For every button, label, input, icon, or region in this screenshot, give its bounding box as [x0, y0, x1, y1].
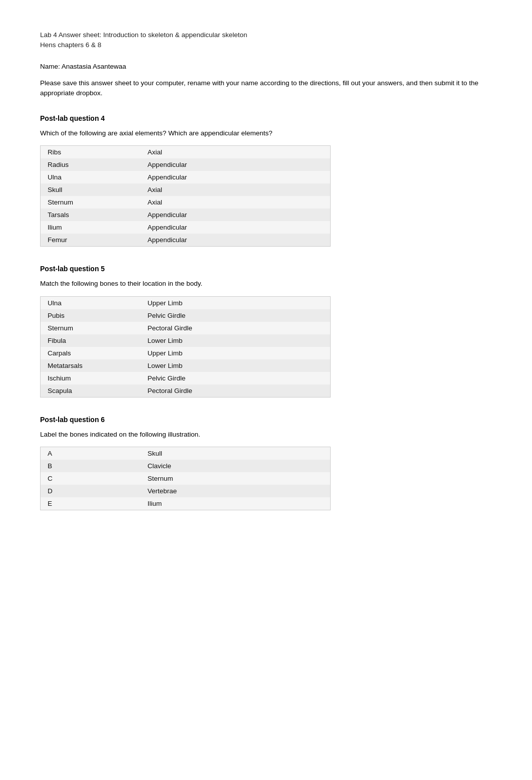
- bone-name: Scapula: [41, 384, 141, 398]
- bone-name: Fibula: [41, 334, 141, 347]
- bone-type: Axial: [141, 146, 331, 159]
- bone-name: Vertebrae: [141, 485, 331, 497]
- header-section: Lab 4 Answer sheet: Introduction to skel…: [40, 30, 492, 51]
- bone-label: A: [41, 447, 141, 460]
- bone-name: Metatarsals: [41, 359, 141, 372]
- bone-type: Appendicular: [141, 158, 331, 171]
- header-line2: Hens chapters 6 & 8: [40, 40, 492, 50]
- bone-type: Appendicular: [141, 171, 331, 183]
- table-row: D Vertebrae: [41, 485, 331, 497]
- bone-location: Upper Limb: [141, 296, 331, 309]
- bone-label: E: [41, 497, 141, 510]
- bone-name: Carpals: [41, 347, 141, 359]
- table-row: Femur Appendicular: [41, 234, 331, 247]
- table-row: C Sternum: [41, 472, 331, 485]
- question6-block: Post-lab question 6 Label the bones indi…: [40, 416, 492, 510]
- bone-location: Lower Limb: [141, 334, 331, 347]
- table-row: Ischium Pelvic Girdle: [41, 372, 331, 384]
- question4-block: Post-lab question 4 Which of the followi…: [40, 114, 492, 247]
- question5-description: Match the following bones to their locat…: [40, 279, 492, 289]
- table-row: Sternum Pectoral Girdle: [41, 322, 331, 334]
- question4-title: Post-lab question 4: [40, 114, 492, 122]
- table-row: Skull Axial: [41, 183, 331, 196]
- bone-name: Tarsals: [41, 209, 141, 221]
- question6-title: Post-lab question 6: [40, 416, 492, 424]
- bone-name: Skull: [141, 447, 331, 460]
- bone-name: Pubis: [41, 309, 141, 322]
- bone-name: Clavicle: [141, 460, 331, 472]
- bone-type: Axial: [141, 183, 331, 196]
- bone-type: Appendicular: [141, 234, 331, 247]
- question5-block: Post-lab question 5 Match the following …: [40, 265, 492, 397]
- bone-name: Ischium: [41, 372, 141, 384]
- table-row: Scapula Pectoral Girdle: [41, 384, 331, 398]
- header-line1: Lab 4 Answer sheet: Introduction to skel…: [40, 30, 492, 40]
- bone-label: B: [41, 460, 141, 472]
- bone-location: Pelvic Girdle: [141, 309, 331, 322]
- bone-label: D: [41, 485, 141, 497]
- bone-name: Sternum: [41, 196, 141, 209]
- question5-table: Ulna Upper Limb Pubis Pelvic Girdle Ster…: [40, 296, 331, 398]
- table-row: Carpals Upper Limb: [41, 347, 331, 359]
- bone-name: Sternum: [41, 322, 141, 334]
- table-row: Metatarsals Lower Limb: [41, 359, 331, 372]
- bone-type: Appendicular: [141, 221, 331, 234]
- table-row: Ulna Upper Limb: [41, 296, 331, 309]
- question4-table: Ribs Axial Radius Appendicular Ulna Appe…: [40, 145, 331, 247]
- bone-name: Ulna: [41, 296, 141, 309]
- table-row: Pubis Pelvic Girdle: [41, 309, 331, 322]
- bone-type: Appendicular: [141, 209, 331, 221]
- table-row: Ulna Appendicular: [41, 171, 331, 183]
- table-row: A Skull: [41, 447, 331, 460]
- table-row: Fibula Lower Limb: [41, 334, 331, 347]
- bone-name: Radius: [41, 158, 141, 171]
- bone-name: Ribs: [41, 146, 141, 159]
- instructions-text: Please save this answer sheet to your co…: [40, 78, 492, 99]
- student-name: Name: Anastasia Asantewaa: [40, 63, 492, 70]
- bone-location: Pectoral Girdle: [141, 384, 331, 398]
- bone-location: Upper Limb: [141, 347, 331, 359]
- question5-title: Post-lab question 5: [40, 265, 492, 273]
- question6-description: Label the bones indicated on the followi…: [40, 430, 492, 440]
- bone-type: Axial: [141, 196, 331, 209]
- bone-name: Ulna: [41, 171, 141, 183]
- bone-name: Femur: [41, 234, 141, 247]
- table-row: E Ilium: [41, 497, 331, 510]
- bone-name: Ilium: [141, 497, 331, 510]
- question4-description: Which of the following are axial element…: [40, 128, 492, 138]
- table-row: Sternum Axial: [41, 196, 331, 209]
- bone-name: Sternum: [141, 472, 331, 485]
- bone-location: Pectoral Girdle: [141, 322, 331, 334]
- bone-location: Lower Limb: [141, 359, 331, 372]
- question6-table: A Skull B Clavicle C Sternum D Vertebrae…: [40, 447, 331, 510]
- bone-label: C: [41, 472, 141, 485]
- bone-name: Ilium: [41, 221, 141, 234]
- table-row: Radius Appendicular: [41, 158, 331, 171]
- table-row: Ribs Axial: [41, 146, 331, 159]
- bone-name: Skull: [41, 183, 141, 196]
- table-row: Tarsals Appendicular: [41, 209, 331, 221]
- table-row: B Clavicle: [41, 460, 331, 472]
- bone-location: Pelvic Girdle: [141, 372, 331, 384]
- table-row: Ilium Appendicular: [41, 221, 331, 234]
